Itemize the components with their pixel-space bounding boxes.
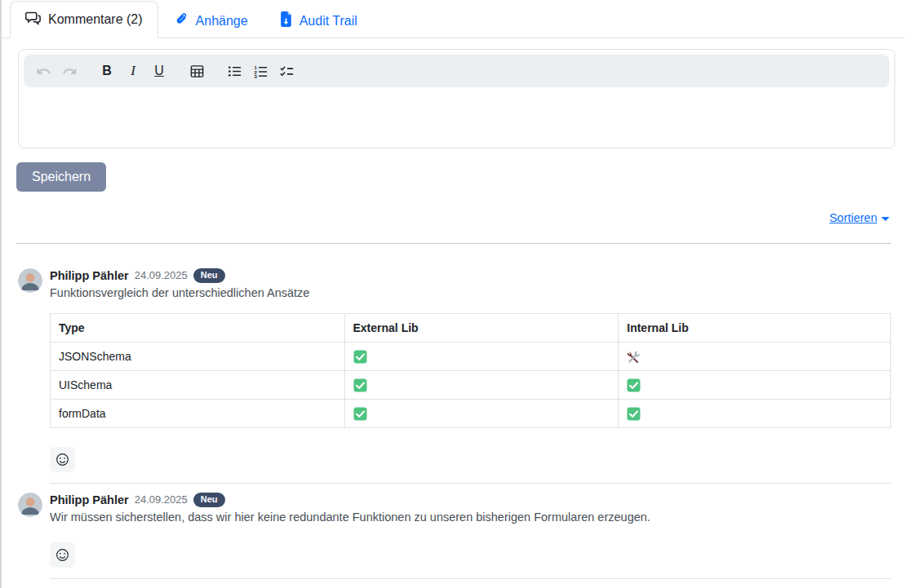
table-icon <box>189 64 205 79</box>
insert-table-button[interactable] <box>185 60 208 82</box>
comment-header: Philipp Pähler 24.09.2025 Neu <box>50 268 891 283</box>
comment-date: 24.09.2025 <box>135 493 188 507</box>
comment-divider <box>50 578 891 579</box>
comparison-table: Type External Lib Internal Lib JSONSchem… <box>50 313 891 428</box>
comment-input[interactable] <box>19 92 894 148</box>
save-button[interactable]: Speichern <box>16 162 106 192</box>
paperclip-icon <box>174 11 189 30</box>
green-check-icon <box>353 378 367 391</box>
comment-list: Philipp Pähler 24.09.2025 Neu Funktionsv… <box>2 244 905 579</box>
green-check-icon <box>627 378 641 391</box>
sort-label: Sortieren <box>829 211 877 224</box>
smiley-icon <box>55 548 69 562</box>
avatar <box>18 493 42 517</box>
cell-type: formData <box>51 400 345 428</box>
sort-row: Sortieren <box>2 192 905 224</box>
cell-type: JSONSchema <box>51 343 345 371</box>
comment-header: Philipp Pähler 24.09.2025 Neu <box>50 493 891 507</box>
bullet-list-button[interactable] <box>223 60 246 82</box>
comment-text: Wir müssen sicherstellen, dass wir hier … <box>50 511 891 524</box>
comment-author: Philipp Pähler <box>50 493 129 507</box>
ordered-list-button[interactable]: 123 <box>249 60 272 82</box>
cell-internal <box>619 371 891 400</box>
chevron-down-icon <box>881 217 889 221</box>
new-badge: Neu <box>193 493 225 507</box>
add-reaction-button[interactable] <box>50 542 75 568</box>
tab-anhaenge[interactable]: Anhänge <box>158 2 264 38</box>
svg-text:3: 3 <box>254 74 257 79</box>
comment-item: Philipp Pähler 24.09.2025 Neu Wir müssen… <box>18 493 891 568</box>
tab-kommentare-label: Kommentare (2) <box>48 12 143 27</box>
undo-icon <box>36 64 51 79</box>
audit-file-icon <box>279 11 293 30</box>
chat-icon <box>25 10 42 29</box>
comment-body: Philipp Pähler 24.09.2025 Neu Funktionsv… <box>50 268 891 472</box>
cell-external <box>344 371 619 400</box>
redo-icon <box>62 64 78 79</box>
comment-date: 24.09.2025 <box>135 268 188 283</box>
table-row: formData <box>51 400 891 428</box>
redo-button[interactable] <box>58 60 81 82</box>
column-header-type: Type <box>51 314 345 343</box>
cell-type: UISchema <box>51 371 345 400</box>
bold-icon: B <box>102 64 112 78</box>
add-reaction-button[interactable] <box>50 447 75 472</box>
smiley-icon <box>55 453 69 466</box>
avatar <box>18 268 42 293</box>
tab-anhaenge-label: Anhänge <box>196 14 248 29</box>
cell-internal <box>619 343 891 371</box>
green-check-icon <box>353 349 367 362</box>
check-list-button[interactable] <box>275 60 298 82</box>
comment-divider <box>50 483 891 484</box>
bullet-list-icon <box>227 64 242 79</box>
ordered-list-icon: 123 <box>253 64 268 79</box>
italic-button[interactable]: I <box>122 60 144 82</box>
green-check-icon <box>627 406 641 419</box>
italic-icon: I <box>131 63 135 79</box>
table-row: JSONSchema <box>51 343 891 371</box>
cell-internal <box>619 400 891 428</box>
undo-button[interactable] <box>32 60 55 82</box>
green-check-icon <box>353 406 367 419</box>
tab-audit-trail[interactable]: Audit Trail <box>264 2 373 38</box>
comment-body: Philipp Pähler 24.09.2025 Neu Wir müssen… <box>50 493 891 568</box>
tab-audit-trail-label: Audit Trail <box>299 14 357 29</box>
tab-kommentare[interactable]: Kommentare (2) <box>10 1 158 38</box>
cell-external <box>344 400 619 428</box>
column-header-internal: Internal Lib <box>619 314 891 343</box>
sort-dropdown[interactable]: Sortieren <box>829 211 889 224</box>
bold-button[interactable]: B <box>95 60 118 82</box>
column-header-external: External Lib <box>344 314 619 343</box>
cell-external <box>344 343 619 371</box>
table-row: UISchema <box>51 371 891 400</box>
table-header-row: Type External Lib Internal Lib <box>51 314 891 343</box>
underline-icon: U <box>154 64 164 78</box>
comment-text: Funktionsvergleich der unterschiedlichen… <box>50 286 891 299</box>
editor-toolbar: B I U 123 <box>24 55 889 87</box>
comment-item: Philipp Pähler 24.09.2025 Neu Funktionsv… <box>18 268 891 472</box>
hammer-wrench-icon <box>627 349 641 362</box>
comment-author: Philipp Pähler <box>50 268 129 283</box>
check-list-icon <box>279 64 295 79</box>
new-badge: Neu <box>193 268 225 283</box>
underline-button[interactable]: U <box>148 60 171 82</box>
comment-editor: B I U 123 <box>18 49 895 148</box>
tab-bar: Kommentare (2) Anhänge Audit Trail <box>2 0 905 38</box>
